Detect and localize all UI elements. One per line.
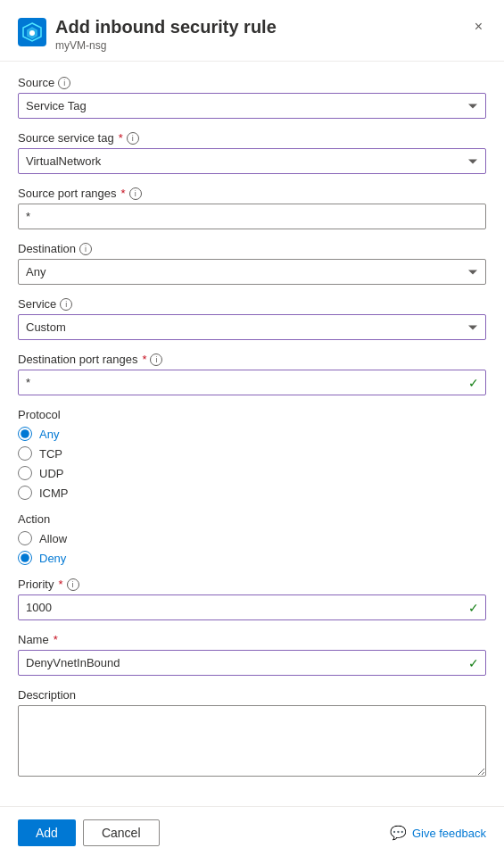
service-group: Service i Custom HTTP HTTPS RDP SSH — [18, 297, 486, 340]
protocol-udp-radio[interactable] — [18, 466, 32, 480]
protocol-any-label: Any — [39, 428, 59, 441]
svg-point-1 — [29, 30, 35, 36]
name-group: Name * ✓ — [18, 633, 486, 676]
panel-subtitle: myVM-nsg — [55, 39, 277, 52]
dest-port-ranges-check-icon: ✓ — [468, 376, 479, 390]
panel-body: Source i Service Tag Any IP Addresses My… — [0, 62, 504, 806]
protocol-udp-label: UDP — [39, 467, 63, 480]
action-allow-label: Allow — [39, 532, 67, 545]
protocol-tcp-radio[interactable] — [18, 446, 32, 461]
source-select-wrapper: Service Tag Any IP Addresses My IP addre… — [18, 93, 486, 119]
protocol-label: Protocol — [18, 408, 486, 421]
protocol-udp-option: UDP — [18, 466, 486, 480]
source-service-tag-label: Source service tag * i — [18, 131, 486, 145]
protocol-group: Protocol Any TCP UDP ICMP — [18, 408, 486, 500]
description-group: Description — [18, 688, 486, 779]
action-allow-radio[interactable] — [18, 531, 32, 545]
name-input[interactable] — [18, 650, 486, 676]
destination-info-icon[interactable]: i — [79, 243, 92, 255]
name-check-icon: ✓ — [468, 656, 479, 670]
description-label: Description — [18, 688, 486, 702]
source-service-tag-select[interactable]: VirtualNetwork Internet AzureCloud — [18, 148, 486, 174]
name-label: Name * — [18, 633, 486, 646]
source-port-ranges-label: Source port ranges * i — [18, 187, 486, 200]
source-info-icon[interactable]: i — [58, 77, 70, 89]
panel-header: Add inbound security rule myVM-nsg × — [0, 0, 504, 62]
source-port-ranges-info-icon[interactable]: i — [129, 187, 142, 200]
action-deny-radio[interactable] — [18, 551, 32, 565]
source-select[interactable]: Service Tag Any IP Addresses My IP addre… — [18, 93, 486, 119]
feedback-label: Give feedback — [412, 827, 486, 840]
source-port-ranges-input-wrapper — [18, 204, 486, 229]
priority-info-icon[interactable]: i — [67, 578, 79, 591]
source-port-ranges-input[interactable] — [18, 204, 486, 229]
action-allow-option: Allow — [18, 531, 486, 545]
source-service-tag-info-icon[interactable]: i — [127, 132, 139, 145]
protocol-any-option: Any — [18, 427, 486, 441]
priority-label: Priority * i — [18, 578, 486, 591]
footer-left: Add Cancel — [18, 819, 160, 846]
dest-port-ranges-input-wrapper: ✓ — [18, 370, 486, 395]
cancel-button[interactable]: Cancel — [83, 819, 160, 846]
header-text: Add inbound security rule myVM-nsg — [55, 16, 277, 52]
destination-label: Destination i — [18, 242, 486, 255]
service-select[interactable]: Custom HTTP HTTPS RDP SSH — [18, 314, 486, 340]
dest-port-ranges-label: Destination port ranges * i — [18, 353, 486, 366]
dest-port-ranges-group: Destination port ranges * i ✓ — [18, 353, 486, 395]
source-group: Source i Service Tag Any IP Addresses My… — [18, 76, 486, 119]
service-label: Service i — [18, 297, 486, 311]
priority-input-wrapper: ✓ — [18, 594, 486, 620]
feedback-icon: 💬 — [390, 825, 407, 841]
priority-input[interactable] — [18, 594, 486, 620]
protocol-tcp-option: TCP — [18, 446, 486, 461]
protocol-any-radio[interactable] — [18, 427, 32, 441]
dest-port-ranges-info-icon[interactable]: i — [150, 353, 162, 366]
description-textarea[interactable] — [18, 705, 486, 777]
protocol-icmp-option: ICMP — [18, 486, 486, 500]
close-button[interactable]: × — [471, 16, 486, 37]
add-inbound-rule-panel: Add inbound security rule myVM-nsg × Sou… — [0, 0, 504, 848]
service-info-icon[interactable]: i — [60, 298, 72, 311]
source-service-tag-select-wrapper: VirtualNetwork Internet AzureCloud — [18, 148, 486, 174]
protocol-icmp-radio[interactable] — [18, 486, 32, 500]
panel-footer: Add Cancel 💬 Give feedback — [0, 806, 504, 848]
destination-select-wrapper: Any IP Addresses Service Tag Application… — [18, 259, 486, 285]
header-left: Add inbound security rule myVM-nsg — [18, 16, 277, 52]
azure-nsg-icon — [18, 18, 46, 46]
feedback-link[interactable]: 💬 Give feedback — [390, 825, 486, 841]
destination-group: Destination i Any IP Addresses Service T… — [18, 242, 486, 285]
add-button[interactable]: Add — [18, 819, 76, 846]
action-deny-option: Deny — [18, 551, 486, 565]
source-service-tag-group: Source service tag * i VirtualNetwork In… — [18, 131, 486, 174]
dest-port-ranges-input[interactable] — [18, 370, 486, 395]
action-group: Action Allow Deny — [18, 512, 486, 565]
name-input-wrapper: ✓ — [18, 650, 486, 676]
priority-check-icon: ✓ — [468, 601, 479, 615]
action-deny-label: Deny — [39, 552, 66, 565]
panel-title: Add inbound security rule — [55, 16, 277, 37]
protocol-icmp-label: ICMP — [39, 486, 69, 500]
service-select-wrapper: Custom HTTP HTTPS RDP SSH — [18, 314, 486, 340]
source-port-ranges-group: Source port ranges * i — [18, 187, 486, 229]
protocol-tcp-label: TCP — [39, 447, 62, 461]
destination-select[interactable]: Any IP Addresses Service Tag Application… — [18, 259, 486, 285]
action-label: Action — [18, 512, 486, 526]
source-label: Source i — [18, 76, 486, 89]
priority-group: Priority * i ✓ — [18, 578, 486, 620]
